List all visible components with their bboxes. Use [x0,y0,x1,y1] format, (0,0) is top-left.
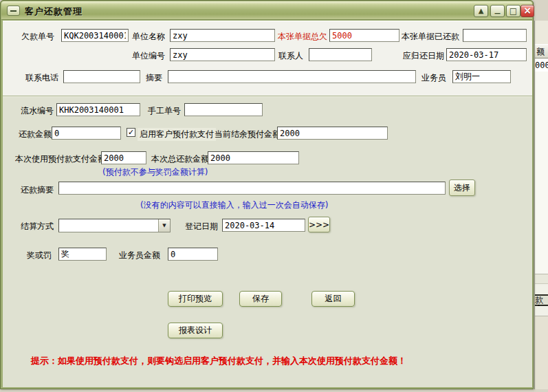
reward-punish-label: 奖或罚 [27,250,52,260]
chevron-down-icon[interactable]: ▼ [158,219,170,232]
minimize-icon[interactable]: — [490,5,505,17]
prepay-used-label: 本次使用预付款支付金额 [15,154,106,164]
select-button[interactable]: 选择 [449,179,475,196]
repaid-label: 本张单据已还款 [402,32,459,41]
register-date-input[interactable] [222,219,305,232]
reward-punish-input[interactable] [58,248,107,261]
unit-code-label: 单位编号 [132,51,165,61]
background-grid-bottom [535,316,548,389]
save-button[interactable]: 保存 [239,291,282,307]
back-button[interactable]: 返回 [311,291,355,307]
summary-label: 摘要 [146,73,162,83]
background-grid-row [535,274,548,283]
repay-summary-input[interactable] [58,182,446,195]
register-date-label: 登记日期 [185,221,218,231]
unit-name-label: 单位名称 [132,32,165,41]
check-icon: ✓ [128,128,134,137]
phone-input[interactable] [63,70,140,83]
repay-amount-input[interactable] [52,127,121,140]
background-window-strip: 额 000 款金 [534,21,548,389]
background-grid-cell: 000 [535,59,548,72]
prepay-balance-input[interactable] [277,127,388,140]
manual-no-input[interactable] [184,103,263,116]
due-date-label: 应归还日期 [403,51,444,61]
contact-label: 联系人 [278,51,303,61]
app-icon-dash [10,10,17,12]
repay-summary-label: 还款摘要 [21,185,54,195]
repay-amount-label: 还款金额 [19,129,52,139]
unit-code-input[interactable] [170,48,275,61]
unit-name-input[interactable] [170,29,275,42]
report-design-button[interactable]: 报表设计 [168,323,223,338]
prepay-tip-text: 提示：如果使用预付款支付，则要钩选启用客户预付款支付，并输入本次使用预付款支付金… [31,355,406,367]
serial-no-label: 流水编号 [21,106,54,116]
salesman-input[interactable] [452,70,511,83]
total-owed-label: 本张单据总欠 [278,32,327,41]
manual-no-label: 手工单号 [148,106,181,116]
contact-input[interactable] [309,48,372,61]
background-grid-row [535,283,548,294]
prepay-enable-checkbox[interactable]: ✓ [127,128,135,137]
debt-no-input[interactable] [61,29,129,42]
title-bar[interactable]: 客户还款管理 ▲ — □ × [1,1,532,20]
total-repay-label: 本次总还款金额 [151,154,209,164]
total-owed-input[interactable] [329,29,399,42]
repaid-input[interactable] [463,29,527,42]
background-grid-top [535,21,548,44]
salesman-amount-input[interactable] [168,248,218,261]
window-title: 客户还款管理 [25,6,83,18]
maximize-icon[interactable]: □ [506,5,520,17]
close-icon[interactable]: × [520,5,534,17]
prepay-balance-label: 当前结余预付金额 [215,129,281,139]
background-grid-row [535,306,548,316]
print-preview-button[interactable]: 打印预览 [168,291,223,307]
background-grid-column-header: 额 [535,44,548,58]
salesman-label: 业务员 [421,73,446,83]
salesman-amount-label: 业务员金额 [119,250,160,260]
background-grid-lower-header: 款金 [535,294,548,306]
total-repay-input[interactable] [208,151,299,164]
phone-label: 联系电话 [25,73,58,83]
rollup-icon[interactable]: ▲ [474,5,488,17]
prepay-enable-label[interactable]: 启用客户预付款支付 [138,128,216,141]
summary-note: (没有的内容可以直接输入，输入过一次会自动保存) [140,200,328,210]
date-more-button[interactable]: >>> [308,217,330,232]
serial-no-input[interactable] [56,103,140,116]
due-date-input[interactable] [446,48,527,61]
summary-input[interactable] [168,70,416,83]
debt-no-label: 欠款单号 [21,32,54,41]
settle-method-select[interactable]: ▼ [58,219,171,232]
settle-method-label: 结算方式 [21,221,54,231]
customer-repayment-dialog: 客户还款管理 ▲ — □ × 欠款单号 单位名称 本张单据总欠 本张单据已还款 … [0,0,534,389]
prepay-used-input[interactable] [101,151,146,164]
prepay-note: (预付款不参与奖罚金额计算) [102,167,208,177]
app-icon [7,6,20,16]
